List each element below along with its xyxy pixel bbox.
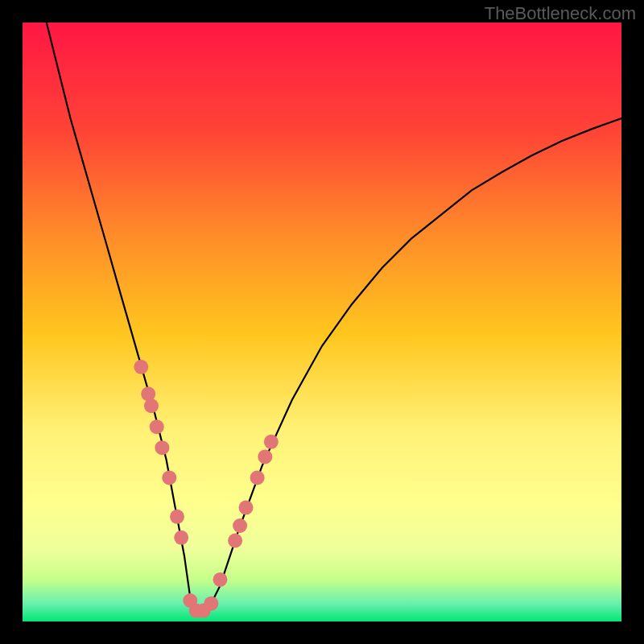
chart-container: TheBottleneck.com (0, 0, 644, 644)
data-point (233, 518, 247, 533)
gradient-background (23, 23, 621, 621)
data-point (204, 597, 218, 611)
data-point (228, 534, 242, 548)
data-point (144, 398, 159, 413)
data-point (239, 501, 254, 515)
data-point (155, 440, 169, 455)
data-point (134, 360, 148, 374)
data-point (264, 435, 279, 449)
data-point (150, 419, 164, 434)
data-point (174, 530, 188, 545)
data-point (170, 510, 184, 524)
data-point (250, 470, 265, 485)
watermark-text: TheBottleneck.com (485, 3, 636, 24)
data-point (213, 572, 228, 587)
data-point (258, 449, 272, 464)
plot-area (23, 23, 621, 621)
data-point (162, 470, 176, 485)
chart-svg (23, 23, 621, 621)
